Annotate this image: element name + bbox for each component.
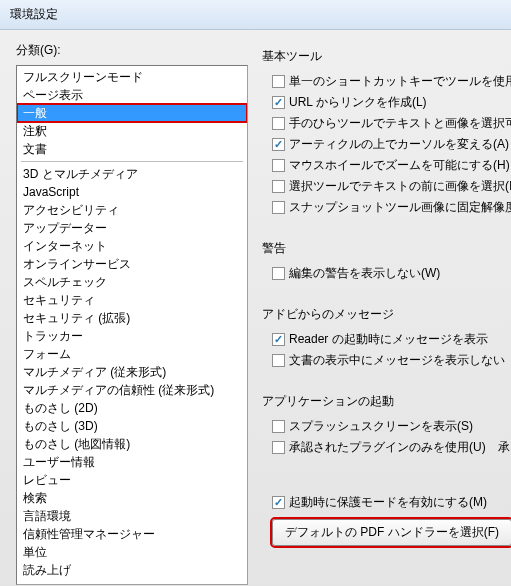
list-item[interactable]: フルスクリーンモード [17,68,247,86]
list-item[interactable]: セキュリティ [17,291,247,309]
list-item[interactable]: JavaScript [17,183,247,201]
list-item[interactable]: セキュリティ (拡張) [17,309,247,327]
section-basic: 単一のショートカットキーでツールを使用URL からリンクを作成(L)手のひらツー… [262,71,511,218]
list-item[interactable]: 言語環境 [17,507,247,525]
list-item[interactable]: オンラインサービス [17,255,247,273]
list-item[interactable]: 読み上げ [17,561,247,579]
option-row: 編集の警告を表示しない(W) [262,263,511,284]
settings-panel: 基本ツール 単一のショートカットキーでツールを使用URL からリンクを作成(L)… [262,42,511,585]
option-row: スナップショットツール画像に固定解像度 [262,197,511,218]
option-label: URL からリンクを作成(L) [289,94,427,111]
section-protect: 起動時に保護モードを有効にする(M) [262,492,511,513]
option-row: 選択ツールでテキストの前に画像を選択(I) [262,176,511,197]
list-item[interactable]: アクセシビリティ [17,201,247,219]
list-item[interactable]: 3D とマルチメディア [17,165,247,183]
list-item[interactable]: 文書 [17,140,247,158]
list-item[interactable]: マルチメディアの信頼性 (従来形式) [17,381,247,399]
default-pdf-handler-button[interactable]: デフォルトの PDF ハンドラーを選択(F) [272,519,511,546]
list-item[interactable]: マルチメディア (従来形式) [17,363,247,381]
option-row: 文書の表示中にメッセージを表示しない [262,350,511,371]
option-label: アーティクルの上でカーソルを変える(A) [289,136,509,153]
section-title-warn: 警告 [262,240,511,257]
list-item[interactable]: トラッカー [17,327,247,345]
checkbox[interactable] [272,354,285,367]
content-area: 分類(G): フルスクリーンモードページ表示一般注釈文書3D とマルチメディアJ… [0,30,511,586]
checkbox[interactable] [272,333,285,346]
section-app: スプラッシュスクリーンを表示(S)承認されたプラグインのみを使用(U) 承 [262,416,511,458]
option-row: マウスホイールでズームを可能にする(H) [262,155,511,176]
option-row: 承認されたプラグインのみを使用(U) 承 [262,437,511,458]
list-item[interactable]: ユーザー情報 [17,453,247,471]
option-row: 単一のショートカットキーでツールを使用 [262,71,511,92]
window-title: 環境設定 [10,7,58,21]
checkbox[interactable] [272,496,285,509]
list-item[interactable]: 検索 [17,489,247,507]
section-title-adobe: アドビからのメッセージ [262,306,511,323]
option-label: スプラッシュスクリーンを表示(S) [289,418,473,435]
option-row: Reader の起動時にメッセージを表示 [262,329,511,350]
section-title-basic: 基本ツール [262,48,511,65]
option-row: 起動時に保護モードを有効にする(M) [262,492,511,513]
checkbox[interactable] [272,96,285,109]
option-label: 文書の表示中にメッセージを表示しない [289,352,505,369]
list-separator [21,161,243,162]
window-titlebar: 環境設定 [0,0,511,30]
list-item[interactable]: 注釈 [17,122,247,140]
option-label: 編集の警告を表示しない(W) [289,265,440,282]
option-label: 手のひらツールでテキストと画像を選択可 [289,115,511,132]
option-label: マウスホイールでズームを可能にする(H) [289,157,510,174]
list-item[interactable]: フォーム [17,345,247,363]
section-adobe: Reader の起動時にメッセージを表示文書の表示中にメッセージを表示しない [262,329,511,371]
list-item[interactable]: アップデーター [17,219,247,237]
checkbox[interactable] [272,201,285,214]
option-label: スナップショットツール画像に固定解像度 [289,199,511,216]
option-row: アーティクルの上でカーソルを変える(A) [262,134,511,155]
list-item[interactable]: ものさし (3D) [17,417,247,435]
option-label: Reader の起動時にメッセージを表示 [289,331,488,348]
checkbox[interactable] [272,420,285,433]
list-item[interactable]: レビュー [17,471,247,489]
option-label: 承認されたプラグインのみを使用(U) 承 [289,439,510,456]
option-row: 手のひらツールでテキストと画像を選択可 [262,113,511,134]
option-row: スプラッシュスクリーンを表示(S) [262,416,511,437]
option-label: 単一のショートカットキーでツールを使用 [289,73,511,90]
list-item[interactable]: ものさし (地図情報) [17,435,247,453]
list-item[interactable]: ものさし (2D) [17,399,247,417]
checkbox[interactable] [272,441,285,454]
option-row: URL からリンクを作成(L) [262,92,511,113]
option-label: 起動時に保護モードを有効にする(M) [289,494,487,511]
category-label: 分類(G): [16,42,248,59]
checkbox[interactable] [272,75,285,88]
checkbox[interactable] [272,117,285,130]
category-listbox[interactable]: フルスクリーンモードページ表示一般注釈文書3D とマルチメディアJavaScri… [16,65,248,585]
checkbox[interactable] [272,138,285,151]
list-item[interactable]: インターネット [17,237,247,255]
section-title-app: アプリケーションの起動 [262,393,511,410]
section-warn: 編集の警告を表示しない(W) [262,263,511,284]
list-item[interactable]: 単位 [17,543,247,561]
option-label: 選択ツールでテキストの前に画像を選択(I) [289,178,511,195]
list-item[interactable]: ページ表示 [17,86,247,104]
checkbox[interactable] [272,159,285,172]
list-item[interactable]: スペルチェック [17,273,247,291]
button-label: デフォルトの PDF ハンドラーを選択(F) [285,525,499,539]
list-item[interactable]: 一般 [17,104,247,122]
checkbox[interactable] [272,267,285,280]
category-column: 分類(G): フルスクリーンモードページ表示一般注釈文書3D とマルチメディアJ… [16,42,248,585]
list-item[interactable]: 信頼性管理マネージャー [17,525,247,543]
checkbox[interactable] [272,180,285,193]
